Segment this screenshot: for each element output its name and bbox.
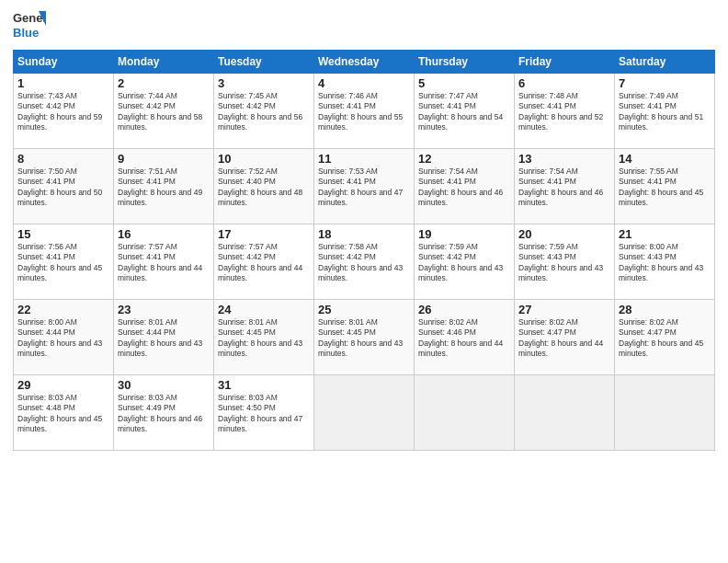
day-number: 31 (218, 378, 310, 392)
day-number: 16 (118, 227, 210, 241)
day-number: 24 (218, 303, 310, 316)
day-number: 2 (118, 76, 210, 90)
calendar-cell (415, 375, 515, 451)
cell-info: Sunrise: 8:00 AMSunset: 4:44 PMDaylight:… (17, 317, 109, 360)
day-number: 3 (218, 76, 310, 90)
calendar-cell: 8 Sunrise: 7:50 AMSunset: 4:41 PMDayligh… (14, 149, 114, 224)
cell-info: Sunrise: 7:46 AMSunset: 4:41 PMDaylight:… (318, 91, 410, 133)
cell-info: Sunrise: 8:01 AMSunset: 4:45 PMDaylight:… (318, 317, 410, 360)
calendar-cell: 27 Sunrise: 8:02 AMSunset: 4:47 PMDaylig… (515, 300, 615, 375)
calendar-cell: 20 Sunrise: 7:59 AMSunset: 4:43 PMDaylig… (515, 224, 615, 300)
cell-info: Sunrise: 7:56 AMSunset: 4:41 PMDaylight:… (17, 242, 109, 284)
day-number: 26 (418, 303, 510, 316)
day-number: 11 (318, 152, 410, 166)
cell-info: Sunrise: 8:03 AMSunset: 4:49 PMDaylight:… (118, 393, 210, 435)
calendar-cell: 25 Sunrise: 8:01 AMSunset: 4:45 PMDaylig… (314, 300, 415, 375)
col-header-saturday: Saturday (615, 51, 715, 74)
svg-text:Blue: Blue (13, 26, 39, 40)
col-header-thursday: Thursday (415, 51, 515, 74)
cell-info: Sunrise: 7:50 AMSunset: 4:41 PMDaylight:… (17, 167, 109, 209)
col-header-sunday: Sunday (14, 51, 114, 74)
calendar-cell: 5 Sunrise: 7:47 AMSunset: 4:41 PMDayligh… (415, 74, 515, 149)
week-row-1: 1 Sunrise: 7:43 AMSunset: 4:42 PMDayligh… (14, 74, 715, 149)
cell-info: Sunrise: 8:00 AMSunset: 4:43 PMDaylight:… (619, 242, 711, 284)
calendar-cell: 14 Sunrise: 7:55 AMSunset: 4:41 PMDaylig… (615, 149, 715, 224)
day-number: 13 (518, 152, 610, 166)
day-number: 5 (418, 76, 510, 90)
cell-info: Sunrise: 8:02 AMSunset: 4:47 PMDaylight:… (619, 317, 711, 360)
week-row-3: 15 Sunrise: 7:56 AMSunset: 4:41 PMDaylig… (14, 224, 715, 300)
day-number: 23 (118, 303, 210, 316)
day-number: 29 (17, 378, 109, 392)
col-header-monday: Monday (114, 51, 214, 74)
calendar-table: SundayMondayTuesdayWednesdayThursdayFrid… (13, 50, 715, 451)
calendar-cell: 18 Sunrise: 7:58 AMSunset: 4:42 PMDaylig… (314, 224, 415, 300)
col-header-wednesday: Wednesday (314, 51, 415, 74)
calendar-cell: 16 Sunrise: 7:57 AMSunset: 4:41 PMDaylig… (114, 224, 214, 300)
calendar-cell: 24 Sunrise: 8:01 AMSunset: 4:45 PMDaylig… (214, 300, 314, 375)
cell-info: Sunrise: 7:45 AMSunset: 4:42 PMDaylight:… (218, 91, 310, 133)
calendar-cell: 4 Sunrise: 7:46 AMSunset: 4:41 PMDayligh… (314, 74, 415, 149)
day-number: 7 (619, 76, 711, 90)
calendar-cell: 15 Sunrise: 7:56 AMSunset: 4:41 PMDaylig… (14, 224, 114, 300)
calendar-cell (314, 375, 415, 451)
calendar-cell: 1 Sunrise: 7:43 AMSunset: 4:42 PMDayligh… (14, 74, 114, 149)
calendar-cell (515, 375, 615, 451)
day-number: 27 (518, 303, 610, 316)
cell-info: Sunrise: 7:43 AMSunset: 4:42 PMDaylight:… (17, 91, 109, 133)
calendar-cell: 23 Sunrise: 8:01 AMSunset: 4:44 PMDaylig… (114, 300, 214, 375)
day-number: 14 (619, 152, 711, 166)
cell-info: Sunrise: 8:01 AMSunset: 4:44 PMDaylight:… (118, 317, 210, 360)
cell-info: Sunrise: 7:57 AMSunset: 4:42 PMDaylight:… (218, 242, 310, 284)
calendar-cell: 28 Sunrise: 8:02 AMSunset: 4:47 PMDaylig… (615, 300, 715, 375)
calendar-cell: 3 Sunrise: 7:45 AMSunset: 4:42 PMDayligh… (214, 74, 314, 149)
cell-info: Sunrise: 7:54 AMSunset: 4:41 PMDaylight:… (518, 167, 610, 209)
cell-info: Sunrise: 7:49 AMSunset: 4:41 PMDaylight:… (619, 91, 711, 133)
day-number: 20 (518, 227, 610, 241)
day-number: 25 (318, 303, 410, 316)
day-number: 12 (418, 152, 510, 166)
day-number: 9 (118, 152, 210, 166)
col-header-friday: Friday (515, 51, 615, 74)
day-number: 30 (118, 378, 210, 392)
cell-info: Sunrise: 8:03 AMSunset: 4:50 PMDaylight:… (218, 393, 310, 435)
cell-info: Sunrise: 7:48 AMSunset: 4:41 PMDaylight:… (518, 91, 610, 133)
day-number: 18 (318, 227, 410, 241)
cell-info: Sunrise: 7:55 AMSunset: 4:41 PMDaylight:… (619, 167, 711, 209)
calendar-cell (615, 375, 715, 451)
cell-info: Sunrise: 7:52 AMSunset: 4:40 PMDaylight:… (218, 167, 310, 209)
day-number: 10 (218, 152, 310, 166)
day-number: 15 (17, 227, 109, 241)
calendar-cell: 2 Sunrise: 7:44 AMSunset: 4:42 PMDayligh… (114, 74, 214, 149)
cell-info: Sunrise: 8:01 AMSunset: 4:45 PMDaylight:… (218, 317, 310, 360)
day-number: 4 (318, 76, 410, 90)
calendar-cell: 26 Sunrise: 8:02 AMSunset: 4:46 PMDaylig… (415, 300, 515, 375)
calendar-cell: 11 Sunrise: 7:53 AMSunset: 4:41 PMDaylig… (314, 149, 415, 224)
calendar-cell: 13 Sunrise: 7:54 AMSunset: 4:41 PMDaylig… (515, 149, 615, 224)
logo-graphic: General Blue (13, 9, 46, 42)
cell-info: Sunrise: 7:51 AMSunset: 4:41 PMDaylight:… (118, 167, 210, 209)
week-row-2: 8 Sunrise: 7:50 AMSunset: 4:41 PMDayligh… (14, 149, 715, 224)
day-number: 8 (17, 152, 109, 166)
cell-info: Sunrise: 7:57 AMSunset: 4:41 PMDaylight:… (118, 242, 210, 284)
cell-info: Sunrise: 7:54 AMSunset: 4:41 PMDaylight:… (418, 167, 510, 209)
calendar-cell: 12 Sunrise: 7:54 AMSunset: 4:41 PMDaylig… (415, 149, 515, 224)
calendar-cell: 30 Sunrise: 8:03 AMSunset: 4:49 PMDaylig… (114, 375, 214, 451)
day-number: 22 (17, 303, 109, 316)
day-number: 19 (418, 227, 510, 241)
page-header: General Blue (13, 9, 715, 42)
calendar-cell: 31 Sunrise: 8:03 AMSunset: 4:50 PMDaylig… (214, 375, 314, 451)
col-header-tuesday: Tuesday (214, 51, 314, 74)
day-number: 28 (619, 303, 711, 316)
week-row-5: 29 Sunrise: 8:03 AMSunset: 4:48 PMDaylig… (14, 375, 715, 451)
cell-info: Sunrise: 7:58 AMSunset: 4:42 PMDaylight:… (318, 242, 410, 284)
calendar-cell: 22 Sunrise: 8:00 AMSunset: 4:44 PMDaylig… (14, 300, 114, 375)
cell-info: Sunrise: 7:59 AMSunset: 4:42 PMDaylight:… (418, 242, 510, 284)
calendar-cell: 10 Sunrise: 7:52 AMSunset: 4:40 PMDaylig… (214, 149, 314, 224)
day-number: 1 (17, 76, 109, 90)
calendar-cell: 7 Sunrise: 7:49 AMSunset: 4:41 PMDayligh… (615, 74, 715, 149)
calendar-cell: 17 Sunrise: 7:57 AMSunset: 4:42 PMDaylig… (214, 224, 314, 300)
calendar-header-row: SundayMondayTuesdayWednesdayThursdayFrid… (14, 51, 715, 74)
calendar-cell: 6 Sunrise: 7:48 AMSunset: 4:41 PMDayligh… (515, 74, 615, 149)
day-number: 17 (218, 227, 310, 241)
